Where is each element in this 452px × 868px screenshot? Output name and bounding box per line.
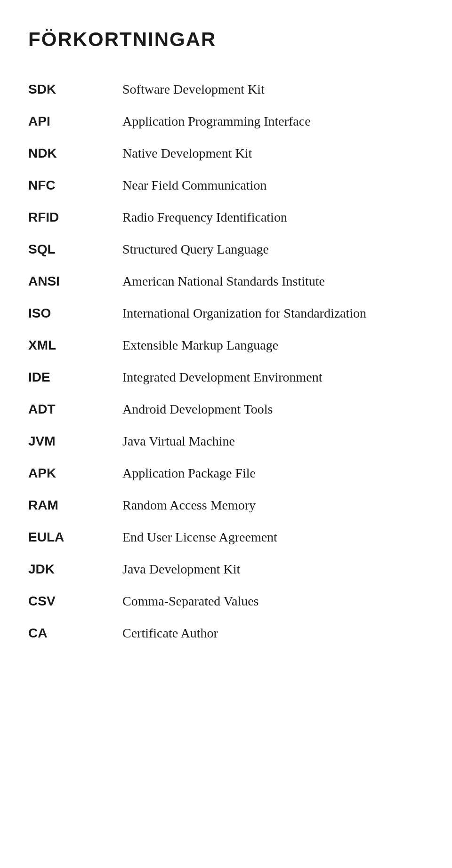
abbreviation-code: RFID <box>28 210 122 225</box>
list-item: JDKJava Development Kit <box>28 553 424 585</box>
list-item: EULAEnd User License Agreement <box>28 521 424 553</box>
abbreviation-code: EULA <box>28 530 122 545</box>
abbreviation-code: API <box>28 114 122 129</box>
abbreviation-definition: End User License Agreement <box>122 530 424 545</box>
abbreviation-code: IDE <box>28 370 122 385</box>
abbreviation-code: APK <box>28 466 122 481</box>
abbreviation-definition: Java Development Kit <box>122 562 424 577</box>
list-item: JVMJava Virtual Machine <box>28 425 424 457</box>
abbreviation-definition: Android Development Tools <box>122 402 424 417</box>
list-item: ADTAndroid Development Tools <box>28 393 424 425</box>
abbreviation-definition: Comma-Separated Values <box>122 594 424 609</box>
abbreviation-code: SDK <box>28 82 122 97</box>
list-item: ISOInternational Organization for Standa… <box>28 297 424 329</box>
abbreviation-definition: Application Package File <box>122 466 424 481</box>
list-item: RAMRandom Access Memory <box>28 489 424 521</box>
list-item: NFCNear Field Communication <box>28 169 424 201</box>
abbreviation-code: ANSI <box>28 274 122 289</box>
abbreviation-definition: Extensible Markup Language <box>122 338 424 353</box>
abbreviation-definition: Java Virtual Machine <box>122 434 424 449</box>
abbreviation-definition: Software Development Kit <box>122 82 424 97</box>
abbreviation-definition: Integrated Development Environment <box>122 370 424 385</box>
abbreviation-definition: American National Standards Institute <box>122 274 424 289</box>
abbreviation-code: NDK <box>28 146 122 161</box>
abbreviation-code: RAM <box>28 498 122 513</box>
list-item: NDKNative Development Kit <box>28 137 424 169</box>
list-item: APIApplication Programming Interface <box>28 105 424 137</box>
abbreviation-definition: Application Programming Interface <box>122 114 424 129</box>
abbreviation-code: ISO <box>28 306 122 321</box>
page-title: FÖRKORTNINGAR <box>28 28 424 51</box>
abbreviation-code: NFC <box>28 178 122 193</box>
abbreviations-list: SDKSoftware Development KitAPIApplicatio… <box>28 73 424 649</box>
abbreviation-definition: Radio Frequency Identification <box>122 210 424 225</box>
abbreviation-code: JDK <box>28 562 122 577</box>
list-item: SDKSoftware Development Kit <box>28 73 424 105</box>
list-item: APKApplication Package File <box>28 457 424 489</box>
list-item: RFIDRadio Frequency Identification <box>28 201 424 233</box>
list-item: CACertificate Author <box>28 617 424 649</box>
list-item: ANSIAmerican National Standards Institut… <box>28 265 424 297</box>
abbreviation-code: XML <box>28 338 122 353</box>
list-item: CSVComma-Separated Values <box>28 585 424 617</box>
abbreviation-code: CSV <box>28 594 122 609</box>
list-item: IDEIntegrated Development Environment <box>28 361 424 393</box>
abbreviation-code: CA <box>28 626 122 641</box>
abbreviation-definition: Near Field Communication <box>122 178 424 193</box>
abbreviation-code: ADT <box>28 402 122 417</box>
abbreviation-definition: Random Access Memory <box>122 498 424 513</box>
abbreviation-definition: Native Development Kit <box>122 146 424 161</box>
abbreviation-code: SQL <box>28 242 122 257</box>
abbreviation-code: JVM <box>28 434 122 449</box>
abbreviation-definition: International Organization for Standardi… <box>122 306 424 321</box>
list-item: XMLExtensible Markup Language <box>28 329 424 361</box>
list-item: SQLStructured Query Language <box>28 233 424 265</box>
abbreviation-definition: Structured Query Language <box>122 242 424 257</box>
abbreviation-definition: Certificate Author <box>122 626 424 641</box>
